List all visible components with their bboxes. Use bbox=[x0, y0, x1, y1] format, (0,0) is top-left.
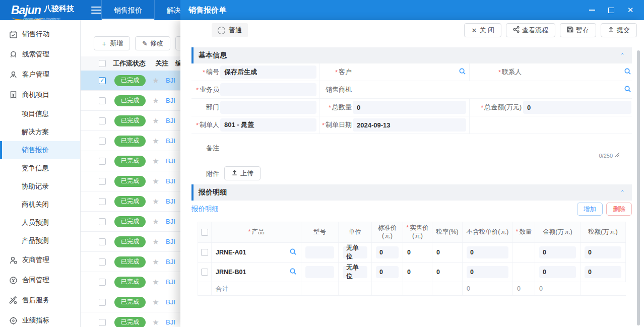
row-checkbox[interactable] bbox=[99, 158, 106, 165]
sidebar-item-8[interactable]: 协助记录 bbox=[0, 177, 80, 195]
remark-textarea[interactable] bbox=[220, 134, 632, 162]
table-row[interactable]: 已完成★BJI bbox=[81, 212, 180, 232]
sidebar-item-4[interactable]: 项目信息 bbox=[0, 105, 80, 123]
sidebar-item-2[interactable]: 客户管理 bbox=[0, 64, 80, 85]
table-row[interactable]: 已完成★BJI bbox=[81, 272, 180, 292]
star-icon[interactable]: ★ bbox=[146, 217, 166, 226]
quote-code-link[interactable]: BJI bbox=[166, 117, 175, 124]
price_ex_tax-input[interactable]: 0 bbox=[467, 266, 508, 278]
model-input[interactable] bbox=[305, 266, 334, 278]
select-all-checkbox[interactable] bbox=[99, 60, 106, 67]
sidebar-item-9[interactable]: 商机关闭 bbox=[0, 195, 80, 214]
row-checkbox[interactable] bbox=[99, 279, 106, 286]
add-button[interactable]: ＋新增 bbox=[94, 36, 130, 50]
contact-lookup-field[interactable] bbox=[523, 66, 631, 79]
close-button[interactable]: ✕关 闭 bbox=[464, 23, 501, 37]
total-amount-input[interactable]: 0 bbox=[523, 101, 631, 114]
creator-input[interactable]: 801 - 晁盖 bbox=[220, 118, 316, 132]
table-row[interactable]: 已完成★BJI bbox=[81, 232, 180, 252]
create-date-input[interactable]: 2024-09-13 bbox=[353, 118, 466, 132]
tax-input[interactable]: 0 bbox=[585, 266, 621, 278]
amount-input[interactable]: 0 bbox=[539, 266, 576, 278]
department-input[interactable] bbox=[220, 101, 316, 114]
sidebar-item-1[interactable]: 线索管理 bbox=[0, 44, 80, 64]
star-icon[interactable]: ★ bbox=[146, 298, 166, 307]
sidebar-item-11[interactable]: 产品预测 bbox=[0, 232, 80, 250]
row-checkbox[interactable] bbox=[99, 218, 106, 225]
resize-handle-icon[interactable] bbox=[614, 152, 620, 159]
sidebar-item-5[interactable]: 解决方案 bbox=[0, 123, 80, 141]
chevron-up-icon[interactable]: ⌃ bbox=[620, 189, 625, 195]
sidebar-item-13[interactable]: 合同管理 bbox=[0, 270, 80, 290]
quote-code-link[interactable]: BJI bbox=[166, 97, 175, 104]
sidebar-item-15[interactable]: 业绩指标 bbox=[0, 310, 80, 327]
table-row[interactable]: 已完成★BJI bbox=[81, 91, 180, 111]
row-checkbox[interactable] bbox=[99, 299, 106, 306]
opportunity-lookup-field[interactable] bbox=[353, 83, 631, 96]
row-checkbox[interactable] bbox=[201, 249, 208, 256]
row-checkbox[interactable] bbox=[99, 178, 106, 185]
salesperson-input[interactable] bbox=[220, 83, 316, 96]
save-draft-button[interactable]: 暂存 bbox=[560, 23, 596, 37]
row-checkbox[interactable] bbox=[99, 97, 106, 104]
table-row[interactable]: 已完成★BJI bbox=[81, 252, 180, 272]
star-icon[interactable]: ★ bbox=[146, 96, 166, 105]
star-icon[interactable]: ★ bbox=[146, 177, 166, 186]
delete-button[interactable]: ✕删除 bbox=[175, 36, 180, 50]
customer-lookup-field[interactable] bbox=[353, 66, 466, 79]
sidebar-item-10[interactable]: 人员预测 bbox=[0, 214, 80, 232]
quote-code-link[interactable]: BJI bbox=[166, 157, 175, 165]
sidebar-item-6[interactable]: 销售报价 bbox=[0, 141, 80, 159]
row-checkbox[interactable]: ✓ bbox=[99, 77, 106, 84]
model-input[interactable] bbox=[305, 246, 334, 258]
star-icon[interactable]: ★ bbox=[146, 116, 166, 125]
delete-row-button[interactable]: 删除 bbox=[606, 203, 632, 216]
star-icon[interactable]: ★ bbox=[146, 157, 166, 166]
search-icon[interactable] bbox=[289, 248, 297, 257]
row-checkbox[interactable] bbox=[99, 198, 106, 205]
menu-hamburger-icon[interactable] bbox=[91, 7, 101, 14]
number-input[interactable]: 保存后生成 bbox=[220, 66, 316, 79]
star-icon[interactable]: ★ bbox=[146, 76, 166, 85]
minimize-icon[interactable] bbox=[589, 7, 596, 14]
table-row[interactable]: 已完成★BJI bbox=[81, 191, 180, 212]
sidebar-item-7[interactable]: 竞争信息 bbox=[0, 159, 80, 177]
star-icon[interactable]: ★ bbox=[146, 318, 166, 327]
table-row[interactable]: 已完成★BJI bbox=[81, 292, 180, 312]
row-checkbox[interactable] bbox=[201, 269, 208, 276]
table-row[interactable]: ✓已完成★BJI bbox=[81, 71, 180, 91]
search-icon[interactable] bbox=[624, 68, 631, 77]
std_price-input[interactable]: 0 bbox=[376, 246, 399, 258]
sidebar-item-3[interactable]: 商机项目 bbox=[0, 85, 80, 105]
table-row[interactable]: 已完成★BJI bbox=[81, 111, 180, 131]
priority-chip[interactable]: 普通 bbox=[212, 23, 248, 37]
unit-input[interactable]: 无单位 bbox=[343, 266, 367, 278]
quote-code-link[interactable]: BJI bbox=[166, 278, 175, 286]
table-row[interactable]: 已完成★BJI bbox=[81, 151, 180, 171]
search-icon[interactable] bbox=[289, 268, 297, 277]
std_price-input[interactable]: 0 bbox=[376, 266, 399, 278]
quote-code-link[interactable]: BJI bbox=[166, 77, 175, 84]
row-checkbox[interactable] bbox=[99, 117, 106, 124]
star-icon[interactable]: ★ bbox=[146, 137, 166, 146]
row-checkbox[interactable] bbox=[99, 138, 106, 145]
vertical-scrollbar[interactable] bbox=[637, 50, 640, 325]
row-checkbox[interactable] bbox=[99, 238, 106, 245]
table-row[interactable]: 已完成★BJI bbox=[81, 171, 180, 191]
quote-code-link[interactable]: BJI bbox=[166, 137, 175, 145]
close-icon[interactable]: ✕ bbox=[627, 7, 634, 14]
star-icon[interactable]: ★ bbox=[146, 257, 166, 267]
sidebar-item-14[interactable]: 售后服务 bbox=[0, 290, 80, 310]
edit-button[interactable]: ✎修改 bbox=[135, 36, 170, 50]
quote-code-link[interactable]: BJI bbox=[166, 198, 175, 205]
detail-table-row[interactable]: JRNE-B01无单位000000 bbox=[198, 263, 626, 282]
quote-code-link[interactable]: BJI bbox=[166, 238, 175, 245]
unit-input[interactable]: 无单位 bbox=[343, 246, 367, 258]
row-checkbox[interactable] bbox=[99, 319, 106, 326]
chevron-up-icon[interactable]: ⌃ bbox=[620, 52, 625, 58]
amount-input[interactable]: 0 bbox=[539, 246, 576, 258]
row-checkbox[interactable] bbox=[99, 258, 106, 266]
quote-code-link[interactable]: BJI bbox=[166, 218, 175, 225]
quote-code-link[interactable]: BJI bbox=[166, 177, 175, 185]
price_ex_tax-input[interactable]: 0 bbox=[467, 246, 508, 258]
